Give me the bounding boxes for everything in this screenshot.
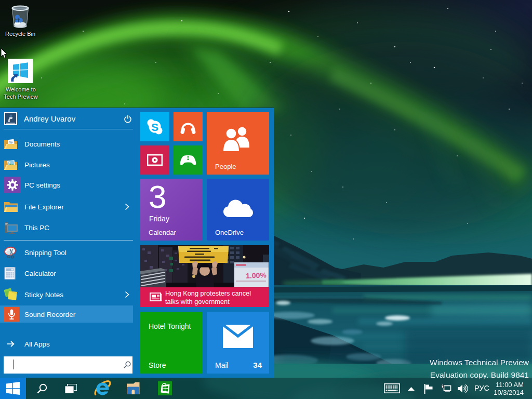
svg-text:S: S (151, 121, 158, 133)
svg-text:1.00%: 1.00% (246, 271, 267, 280)
